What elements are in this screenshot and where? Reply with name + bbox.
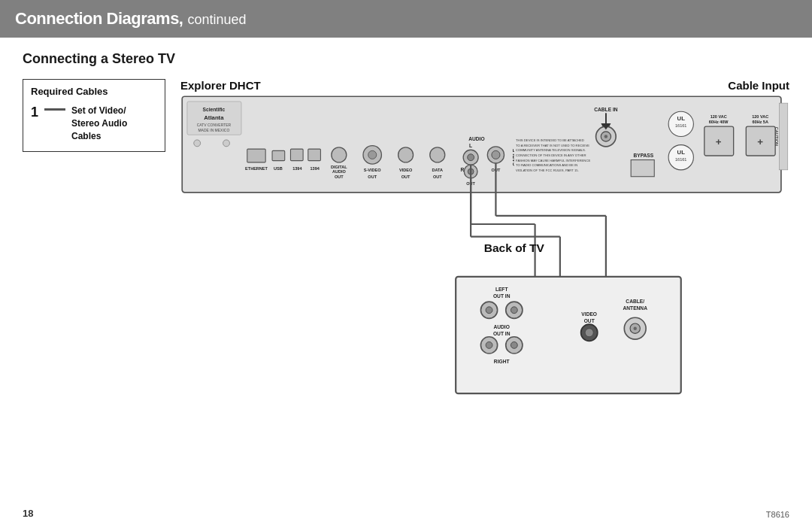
svg-text:USB: USB: [274, 166, 283, 171]
svg-text:OUT  IN: OUT IN: [493, 293, 511, 299]
header-banner: Connection Diagrams, continued: [0, 0, 812, 38]
svg-text:RIGHT: RIGHT: [494, 359, 510, 364]
svg-text:OUT: OUT: [584, 318, 595, 323]
svg-text:THIS DEVICE IS INTENDED TO BE : THIS DEVICE IS INTENDED TO BE ATTACHED: [516, 138, 584, 142]
svg-text:CATV CONVERTER: CATV CONVERTER: [197, 123, 232, 127]
cable-desc-line2: Stereo Audio Cables: [71, 117, 157, 143]
svg-text:VIDEO: VIDEO: [399, 168, 413, 172]
cable-line: [44, 108, 65, 111]
svg-rect-10: [272, 150, 285, 160]
page-content: Connecting a Stereo TV Required Cables 1…: [0, 38, 812, 414]
svg-point-95: [511, 341, 517, 348]
svg-rect-56: [631, 160, 654, 177]
cable-input-label: Cable Input: [728, 79, 789, 92]
diagram-area: Explorer DHCT Cable Input Scientific Atl…: [180, 79, 789, 407]
svg-text:TO RADIO COMMUNICATIONS AND BE: TO RADIO COMMUNICATIONS AND BE IN: [516, 163, 577, 167]
svg-rect-12: [290, 149, 303, 161]
ref-number: T8616: [766, 510, 789, 519]
diagram-svg-container: Scientific Atlanta CATV CONVERTER MADE I…: [180, 95, 789, 407]
required-cables-title: Required Cables: [31, 86, 157, 97]
svg-text:OUT: OUT: [368, 174, 377, 179]
svg-text:120 VAC: 120 VAC: [752, 114, 768, 119]
required-cables-box: Required Cables 1 Set of Video/ Stereo A…: [23, 79, 165, 152]
svg-text:Back of TV: Back of TV: [484, 241, 545, 254]
svg-text:S-VIDEO: S-VIDEO: [364, 168, 381, 172]
section-title: Connecting a Stereo TV: [23, 51, 789, 67]
svg-point-33: [468, 154, 474, 161]
main-diagram-svg: Scientific Atlanta CATV CONVERTER MADE I…: [180, 95, 789, 404]
svg-text:DATA: DATA: [432, 168, 443, 172]
svg-point-54: [604, 135, 607, 138]
svg-point-93: [486, 341, 492, 348]
svg-text:+: +: [716, 136, 722, 147]
svg-text:60Hz 5A: 60Hz 5A: [752, 120, 768, 124]
svg-text:1394: 1394: [292, 166, 302, 171]
svg-rect-83: [456, 277, 681, 393]
svg-text:OUT: OUT: [401, 174, 411, 179]
svg-text:OUT: OUT: [335, 174, 344, 179]
svg-rect-71: [780, 103, 788, 170]
svg-point-27: [430, 147, 445, 162]
svg-point-21: [368, 150, 377, 159]
svg-point-36: [492, 150, 500, 159]
svg-text:16161: 16161: [675, 123, 686, 128]
svg-text:R: R: [460, 167, 464, 172]
svg-text:VIDEO: VIDEO: [581, 311, 597, 317]
svg-text:VIOLATION OF THE FCC RULES, PA: VIOLATION OF THE FCC RULES, PART 15.: [516, 168, 579, 172]
svg-text:ANTENNA: ANTENNA: [623, 305, 647, 311]
cable-line-icon: [44, 108, 65, 111]
svg-text:Scientific: Scientific: [203, 107, 226, 112]
svg-text:+: +: [757, 136, 763, 147]
svg-text:UL: UL: [677, 115, 686, 122]
explorer-dhct-label: Explorer DHCT: [180, 79, 261, 92]
svg-text:BYPASS: BYPASS: [633, 153, 653, 158]
svg-text:CAUTION: CAUTION: [774, 127, 779, 146]
svg-text:OUT  IN: OUT IN: [493, 331, 511, 336]
svg-text:120 VAC: 120 VAC: [710, 114, 727, 119]
svg-text:Atlanta: Atlanta: [204, 114, 224, 121]
svg-text:LEFT: LEFT: [495, 287, 508, 292]
svg-text:OUT: OUT: [433, 174, 442, 179]
svg-text:CABLE/: CABLE/: [626, 299, 644, 304]
svg-point-16: [332, 147, 347, 162]
svg-point-89: [511, 307, 517, 314]
svg-text:MADE IN MEXICO: MADE IN MEXICO: [198, 128, 229, 132]
svg-point-24: [398, 147, 414, 162]
cable-description: Set of Video/ Stereo Audio Cables: [71, 105, 157, 142]
svg-rect-8: [247, 149, 265, 162]
svg-point-87: [486, 307, 492, 314]
svg-text:TO A RECEIVER THAT IS NOT USED: TO A RECEIVER THAT IS NOT USED TO RECEIV…: [516, 144, 589, 147]
svg-text:L: L: [469, 143, 472, 148]
svg-text:60Hz 40W: 60Hz 40W: [709, 120, 729, 124]
svg-text:16161: 16161: [675, 157, 686, 162]
header-title-normal: continued: [187, 12, 246, 28]
svg-text:1394: 1394: [310, 166, 320, 171]
svg-point-7: [223, 140, 230, 147]
cable-number: 1: [31, 105, 38, 121]
svg-text:CABLE IN: CABLE IN: [594, 107, 618, 112]
svg-text:AUDIO: AUDIO: [493, 324, 509, 329]
svg-text:AUDIO: AUDIO: [332, 169, 347, 174]
svg-point-6: [194, 140, 201, 147]
svg-rect-0: [182, 96, 781, 193]
svg-text:FASHION MAY CAUSE HARMFUL INTE: FASHION MAY CAUSE HARMFUL INTERFERENCE: [516, 159, 590, 162]
svg-rect-14: [308, 149, 321, 161]
svg-text:AUDIO: AUDIO: [468, 136, 484, 141]
page-number: 18: [23, 508, 33, 519]
svg-text:CONNECTION OF THIS DEVICE IN A: CONNECTION OF THIS DEVICE IN ANY OTHER: [516, 153, 586, 157]
diagram-headers: Explorer DHCT Cable Input: [180, 79, 789, 92]
svg-point-105: [634, 326, 637, 329]
header-title-bold: Connection Diagrams,: [15, 9, 183, 29]
main-layout: Required Cables 1 Set of Video/ Stereo A…: [23, 79, 789, 407]
cable-item: 1 Set of Video/ Stereo Audio Cables: [31, 105, 157, 142]
svg-text:ETHERNET: ETHERNET: [245, 166, 268, 171]
svg-text:COMMUNITY ANTENNA TELEVISION S: COMMUNITY ANTENNA TELEVISION SIGNALS.: [516, 148, 586, 152]
svg-point-100: [585, 329, 593, 337]
cable-desc-line1: Set of Video/: [71, 105, 157, 117]
svg-text:DIGITAL: DIGITAL: [331, 165, 347, 169]
svg-text:UL: UL: [677, 149, 686, 156]
